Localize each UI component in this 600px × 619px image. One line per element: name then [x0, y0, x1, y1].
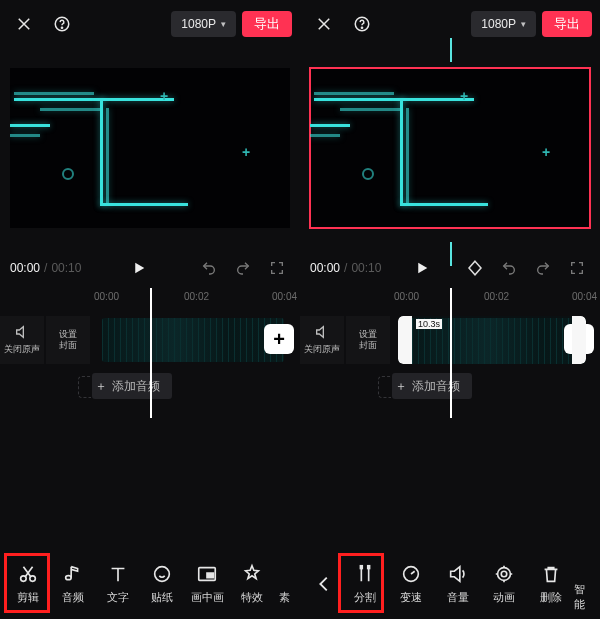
undo-button[interactable] — [496, 255, 522, 281]
tool-split[interactable]: 分割 — [342, 556, 388, 612]
keyframe-button[interactable] — [462, 255, 488, 281]
tool-edit[interactable]: 剪辑 — [6, 556, 51, 612]
playhead[interactable] — [150, 288, 152, 418]
mute-original-audio[interactable]: 关闭原声 — [300, 316, 344, 364]
tool-audio[interactable]: 音频 — [51, 556, 96, 612]
time-display: 00:00 / 00:10 — [10, 261, 81, 275]
tool-smart[interactable]: 智能 — [574, 556, 594, 612]
undo-button[interactable] — [196, 255, 222, 281]
add-clip-button[interactable]: + — [264, 324, 294, 354]
tool-speed[interactable]: 变速 — [388, 556, 434, 612]
help-icon[interactable] — [46, 8, 78, 40]
ruler-tick: 00:00 — [394, 291, 419, 302]
top-bar: 1080P ▾ 导出 — [0, 0, 300, 48]
transport-bar: 00:00 / 00:10 — [0, 248, 300, 288]
svg-point-4 — [66, 576, 72, 580]
close-icon[interactable] — [8, 8, 40, 40]
svg-point-13 — [502, 571, 508, 577]
clip-duration-badge: 10.3s — [416, 319, 442, 329]
play-button[interactable] — [405, 251, 439, 285]
playhead[interactable] — [450, 288, 452, 418]
export-button[interactable]: 导出 — [542, 11, 592, 37]
redo-button[interactable] — [230, 255, 256, 281]
svg-point-9 — [361, 27, 362, 28]
time-display: 00:00 / 00:10 — [310, 261, 381, 275]
chevron-down-icon: ▾ — [521, 19, 526, 29]
svg-point-14 — [498, 568, 511, 581]
tool-pip[interactable]: 画中画 — [185, 556, 230, 612]
tool-delete[interactable]: 删除 — [528, 556, 574, 612]
duration-time: 00:10 — [51, 261, 81, 275]
resolution-selector[interactable]: 1080P ▾ — [171, 11, 236, 37]
set-cover-button[interactable]: 设置 封面 — [346, 316, 390, 364]
video-clip-selected[interactable]: 10.3s — [398, 316, 586, 364]
tool-effects[interactable]: 特效 — [229, 556, 274, 612]
plus-icon: ＋ — [92, 378, 110, 395]
plus-icon: ＋ — [392, 378, 410, 395]
timeline-ruler[interactable]: 00:00 00:02 00:04 — [300, 288, 600, 310]
current-time: 00:00 — [310, 261, 340, 275]
chevron-down-icon: ▾ — [221, 19, 226, 29]
ruler-tick: 00:02 — [484, 291, 509, 302]
tool-text[interactable]: 文字 — [95, 556, 140, 612]
ruler-tick: 00:04 — [272, 291, 297, 302]
ruler-tick: 00:00 — [94, 291, 119, 302]
toolbar-back-button[interactable] — [306, 556, 342, 612]
redo-button[interactable] — [530, 255, 556, 281]
tool-sticker[interactable]: 贴纸 — [140, 556, 185, 612]
editor-pane-left: 1080P ▾ 导出 + + — [0, 0, 300, 619]
resolution-selector[interactable]: 1080P ▾ — [471, 11, 536, 37]
ruler-tick: 00:04 — [572, 291, 597, 302]
duration-time: 00:10 — [351, 261, 381, 275]
video-clip[interactable] — [102, 318, 284, 362]
svg-rect-11 — [368, 566, 370, 569]
svg-rect-7 — [207, 573, 213, 578]
help-icon[interactable] — [346, 8, 378, 40]
preview-area[interactable]: + + — [300, 48, 600, 248]
set-cover-button[interactable]: 设置 封面 — [46, 316, 90, 364]
fullscreen-button[interactable] — [564, 255, 590, 281]
svg-point-5 — [155, 567, 170, 582]
bottom-toolbar-edit: 分割 变速 音量 动画 删除 智能 — [300, 549, 600, 619]
svg-point-1 — [61, 27, 62, 28]
preview-area[interactable]: + + — [0, 48, 300, 248]
editor-pane-right: 1080P ▾ 导出 + + — [300, 0, 600, 619]
close-icon[interactable] — [308, 8, 340, 40]
ruler-tick: 00:02 — [184, 291, 209, 302]
video-preview-selected[interactable]: + + — [310, 68, 590, 228]
timeline-ruler[interactable]: 00:00 00:02 00:04 — [0, 288, 300, 310]
resolution-label: 1080P — [481, 17, 516, 31]
add-audio-button[interactable]: ＋ 添加音频 — [92, 373, 172, 399]
resolution-label: 1080P — [181, 17, 216, 31]
video-preview[interactable]: + + — [10, 68, 290, 228]
svg-rect-10 — [360, 566, 362, 569]
tool-stock[interactable]: 素 — [274, 556, 294, 612]
export-button[interactable]: 导出 — [242, 11, 292, 37]
bottom-toolbar-main: 剪辑 音频 文字 贴纸 画中画 特效 — [0, 549, 300, 619]
tool-anim[interactable]: 动画 — [481, 556, 527, 612]
tool-volume[interactable]: 音量 — [435, 556, 481, 612]
mute-original-audio[interactable]: 关闭原声 — [0, 316, 44, 364]
fullscreen-button[interactable] — [264, 255, 290, 281]
add-audio-button[interactable]: ＋ 添加音频 — [392, 373, 472, 399]
current-time: 00:00 — [10, 261, 40, 275]
play-button[interactable] — [122, 251, 156, 285]
